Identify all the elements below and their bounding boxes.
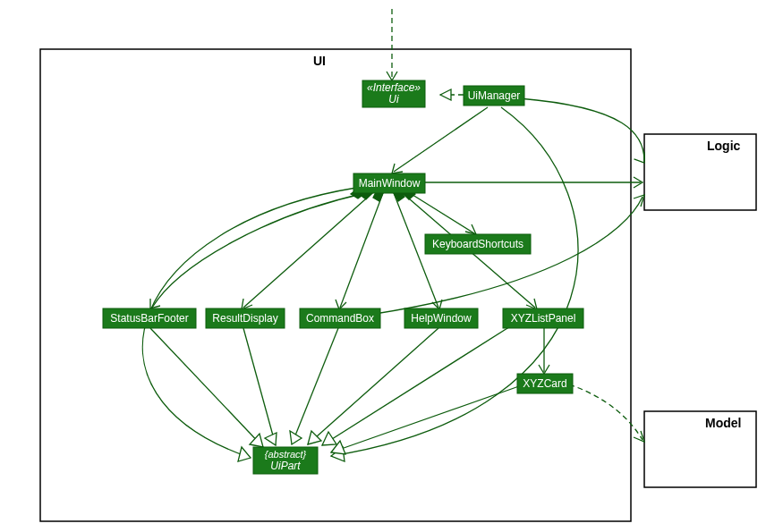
- svg-text:CommandBox: CommandBox: [306, 312, 374, 325]
- node-status: StatusBarFooter: [103, 308, 196, 328]
- node-ui: «Interface» Ui: [362, 80, 425, 107]
- edge-cmdbox-to-logic: [370, 195, 644, 315]
- node-help: HelpWindow: [404, 308, 478, 328]
- svg-marker-3: [440, 89, 451, 100]
- package-logic: Logic: [644, 134, 756, 210]
- node-uimanager: UiManager: [464, 86, 524, 106]
- edge-status-inh-uipart: [150, 328, 263, 447]
- edge-xyzcard-inh-uipart: [331, 386, 519, 454]
- svg-text:XYZCard: XYZCard: [523, 377, 566, 390]
- svg-text:MainWindow: MainWindow: [359, 177, 421, 190]
- edge-cmdbox-inh-uipart: [290, 328, 338, 444]
- svg-text:{abstract}: {abstract}: [265, 449, 307, 460]
- node-kbshort: KeyboardShortcuts: [425, 234, 531, 254]
- edge-mw-comp-status: [150, 189, 365, 308]
- edge-mw-comp-cmdbox: [336, 190, 383, 309]
- edge-external-to-ui: [387, 9, 397, 80]
- svg-text:HelpWindow: HelpWindow: [411, 312, 472, 325]
- package-model-label: Model: [705, 416, 741, 430]
- edge-uimanager-to-logic: [519, 98, 650, 166]
- edge-mw-comp-result: [242, 188, 372, 309]
- svg-text:Ui: Ui: [388, 93, 399, 106]
- uml-diagram: UI Logic Model: [0, 0, 766, 532]
- svg-text:ResultDisplay: ResultDisplay: [212, 312, 277, 325]
- svg-text:«Interface»: «Interface»: [367, 81, 421, 94]
- svg-text:StatusBarFooter: StatusBarFooter: [110, 312, 188, 325]
- node-xyzcard: XYZCard: [517, 374, 573, 393]
- edge-xyzcard-to-model: [569, 384, 644, 442]
- svg-marker-10: [238, 447, 251, 461]
- edge-mainwindow-to-logic: [421, 177, 643, 188]
- svg-marker-15: [322, 432, 336, 445]
- node-result: ResultDisplay: [206, 308, 285, 328]
- svg-marker-12: [265, 433, 277, 445]
- edge-help-inh-uipart: [308, 328, 438, 444]
- node-mainwindow: MainWindow: [353, 173, 425, 193]
- svg-text:XYZListPanel: XYZListPanel: [511, 312, 576, 325]
- package-model: Model: [644, 411, 756, 487]
- edge-uimanager-inh-uipart: [331, 107, 578, 461]
- svg-text:KeyboardShortcuts: KeyboardShortcuts: [432, 238, 523, 250]
- node-xyzlist: XYZListPanel: [503, 308, 583, 328]
- svg-marker-14: [308, 431, 321, 444]
- node-uipart: {abstract} UiPart: [253, 447, 318, 474]
- package-ui-label: UI: [313, 54, 326, 68]
- edge-xyzlist-inh-uipart: [322, 324, 515, 445]
- package-logic-label: Logic: [707, 139, 741, 153]
- edge-uimanager-to-mainwindow: [392, 107, 488, 173]
- node-cmdbox: CommandBox: [300, 308, 380, 328]
- edge-uimanager-realizes-ui: [440, 89, 464, 100]
- svg-text:UiPart: UiPart: [270, 460, 301, 472]
- svg-text:UiManager: UiManager: [468, 89, 521, 102]
- edge-result-inh-uipart: [243, 328, 277, 445]
- edge-xyzlist-to-xyzcard: [539, 328, 549, 374]
